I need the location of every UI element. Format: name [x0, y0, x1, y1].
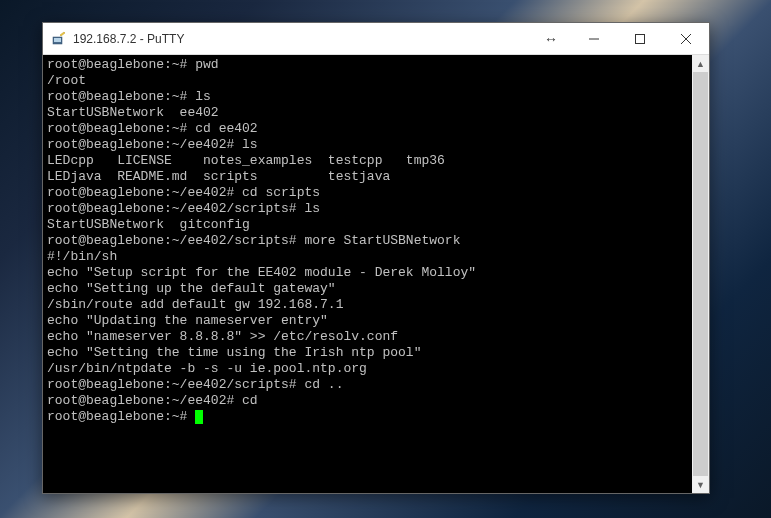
putty-window: 192.168.7.2 - PuTTY ↔ root@beaglebone:~#… — [42, 22, 710, 494]
terminal-line: StartUSBNetwork ee402 — [47, 105, 705, 121]
svg-rect-3 — [636, 34, 645, 43]
terminal-container: root@beaglebone:~# pwd/rootroot@beaglebo… — [43, 55, 709, 493]
svg-rect-1 — [54, 38, 61, 42]
maximize-button[interactable] — [617, 23, 663, 55]
terminal-line: LEDcpp LICENSE notes_examples testcpp tm… — [47, 153, 705, 169]
putty-icon — [51, 31, 67, 47]
terminal-line: root@beaglebone:~/ee402/scripts# ls — [47, 201, 705, 217]
terminal-line: root@beaglebone:~/ee402# cd — [47, 393, 705, 409]
close-button[interactable] — [663, 23, 709, 55]
minimize-button[interactable] — [571, 23, 617, 55]
terminal-line: root@beaglebone:~# cd ee402 — [47, 121, 705, 137]
terminal-line: root@beaglebone:~/ee402# cd scripts — [47, 185, 705, 201]
move-handle-icon[interactable]: ↔ — [531, 31, 571, 47]
terminal-line: root@beaglebone:~/ee402/scripts# more St… — [47, 233, 705, 249]
terminal-line: StartUSBNetwork gitconfig — [47, 217, 705, 233]
terminal-line: root@beaglebone:~# pwd — [47, 57, 705, 73]
scrollbar[interactable]: ▲ ▼ — [692, 55, 709, 493]
terminal-line: echo "Setup script for the EE402 module … — [47, 265, 705, 281]
titlebar[interactable]: 192.168.7.2 - PuTTY ↔ — [43, 23, 709, 55]
terminal-line: echo "nameserver 8.8.8.8" >> /etc/resolv… — [47, 329, 705, 345]
terminal-line: /sbin/route add default gw 192.168.7.1 — [47, 297, 705, 313]
scroll-down-arrow-icon[interactable]: ▼ — [692, 476, 709, 493]
window-title: 192.168.7.2 - PuTTY — [73, 32, 531, 46]
scroll-thumb[interactable] — [693, 72, 708, 476]
terminal-line: /usr/bin/ntpdate -b -s -u ie.pool.ntp.or… — [47, 361, 705, 377]
terminal-line: echo "Setting up the default gateway" — [47, 281, 705, 297]
terminal-line: echo "Setting the time using the Irish n… — [47, 345, 705, 361]
terminal-line: root@beaglebone:~# — [47, 409, 705, 425]
terminal[interactable]: root@beaglebone:~# pwd/rootroot@beaglebo… — [43, 55, 709, 493]
terminal-line: LEDjava README.md scripts testjava — [47, 169, 705, 185]
terminal-line: echo "Updating the nameserver entry" — [47, 313, 705, 329]
cursor — [195, 410, 203, 424]
terminal-line: #!/bin/sh — [47, 249, 705, 265]
scroll-track[interactable] — [692, 72, 709, 476]
terminal-line: root@beaglebone:~/ee402# ls — [47, 137, 705, 153]
terminal-line: root@beaglebone:~# ls — [47, 89, 705, 105]
scroll-up-arrow-icon[interactable]: ▲ — [692, 55, 709, 72]
terminal-line: root@beaglebone:~/ee402/scripts# cd .. — [47, 377, 705, 393]
terminal-line: /root — [47, 73, 705, 89]
